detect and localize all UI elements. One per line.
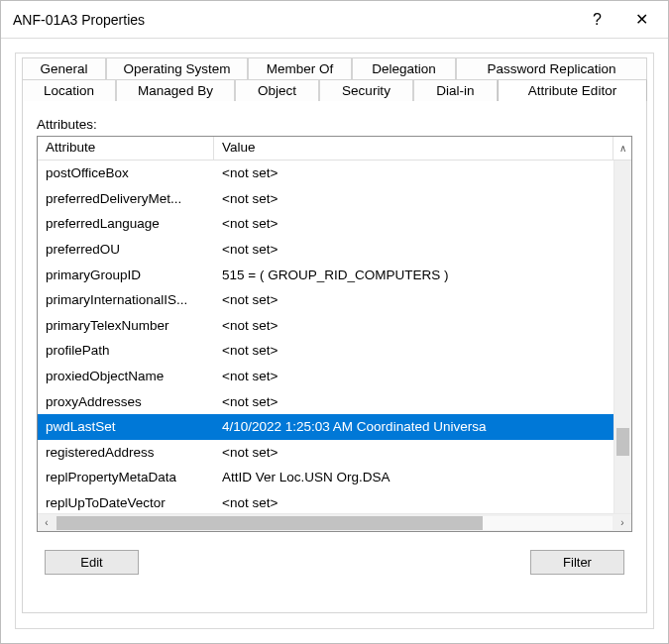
table-row[interactable]: primaryGroupID515 = ( GROUP_RID_COMPUTER…	[38, 262, 631, 287]
attribute-value-cell: <not set>	[214, 369, 631, 383]
attribute-name-cell: replPropertyMetaData	[38, 470, 214, 484]
attribute-name-cell: preferredOU	[38, 242, 214, 257]
table-row[interactable]: primaryInternationalIS...<not set>	[38, 287, 631, 313]
button-row: Edit Filter	[37, 550, 632, 575]
vertical-scrollbar[interactable]	[613, 161, 631, 513]
attribute-name-cell: preferredLanguage	[38, 216, 214, 231]
attribute-value-cell: AttID Ver Loc.USN Org.DSA	[214, 470, 631, 484]
table-row[interactable]: proxiedObjectName<not set>	[38, 364, 631, 389]
attribute-name-cell: primaryGroupID	[38, 268, 214, 282]
tab-object[interactable]: Object	[235, 79, 319, 101]
attribute-name-cell: proxyAddresses	[38, 394, 214, 409]
tab-dial-in[interactable]: Dial-in	[413, 79, 498, 101]
horizontal-scrollbar[interactable]: ‹ ›	[38, 513, 631, 531]
table-row[interactable]: profilePath<not set>	[38, 338, 631, 364]
tab-location[interactable]: Location	[22, 79, 116, 101]
column-headers: Attribute Value ∧	[38, 137, 631, 161]
window-title: ANF-01A3 Properties	[13, 12, 575, 28]
tab-password-replication[interactable]: Password Replication	[456, 57, 647, 79]
filter-button[interactable]: Filter	[530, 550, 624, 575]
table-row[interactable]: preferredDeliveryMet...<not set>	[38, 186, 631, 212]
column-header-attribute[interactable]: Attribute	[38, 137, 214, 161]
column-header-value[interactable]: Value	[214, 137, 613, 161]
attribute-value-cell: <not set>	[214, 242, 631, 257]
attributes-label: Attributes:	[37, 117, 632, 132]
scroll-up-button[interactable]: ∧	[613, 137, 631, 161]
titlebar: ANF-01A3 Properties ? ✕	[1, 1, 668, 39]
tab-general[interactable]: General	[22, 57, 106, 79]
attribute-name-cell: registeredAddress	[38, 445, 214, 460]
tab-managed-by[interactable]: Managed By	[116, 79, 235, 101]
vertical-scroll-thumb[interactable]	[616, 428, 629, 456]
attribute-value-cell: <not set>	[214, 394, 631, 409]
chevron-up-icon: ∧	[619, 143, 626, 154]
attribute-value-cell: <not set>	[214, 318, 631, 333]
tab-delegation[interactable]: Delegation	[352, 57, 456, 79]
attribute-name-cell: proxiedObjectName	[38, 369, 214, 383]
tab-member-of[interactable]: Member Of	[248, 57, 352, 79]
attribute-value-cell: <not set>	[214, 191, 631, 206]
table-row[interactable]: pwdLastSet4/10/2022 1:25:03 AM Coordinat…	[38, 414, 631, 440]
attribute-value-cell: <not set>	[214, 445, 631, 460]
tab-operating-system[interactable]: Operating System	[106, 57, 248, 79]
tab-security[interactable]: Security	[319, 79, 413, 101]
table-row[interactable]: proxyAddresses<not set>	[38, 388, 631, 414]
scroll-left-button[interactable]: ‹	[38, 514, 56, 532]
tab-panel: General Operating System Member Of Deleg…	[15, 53, 654, 629]
edit-button[interactable]: Edit	[45, 550, 139, 575]
attribute-name-cell: profilePath	[38, 343, 214, 358]
attribute-name-cell: replUpToDateVector	[38, 495, 214, 510]
table-row[interactable]: registeredAddress<not set>	[38, 440, 631, 466]
chevron-right-icon: ›	[620, 517, 623, 528]
properties-dialog: ANF-01A3 Properties ? ✕ General Operatin…	[0, 0, 669, 644]
attribute-name-cell: preferredDeliveryMet...	[38, 191, 214, 206]
table-row[interactable]: preferredLanguage<not set>	[38, 211, 631, 237]
attribute-value-cell: 515 = ( GROUP_RID_COMPUTERS )	[214, 268, 631, 282]
attribute-value-cell: <not set>	[214, 292, 631, 307]
help-button[interactable]: ?	[575, 5, 619, 35]
attribute-value-cell: <not set>	[214, 216, 631, 231]
attributes-listview[interactable]: Attribute Value ∧ postOfficeBox<not set>…	[37, 136, 632, 532]
table-row[interactable]: replPropertyMetaData AttID Ver Loc.USN O…	[38, 465, 631, 490]
horizontal-scroll-thumb[interactable]	[56, 516, 483, 530]
list-body[interactable]: postOfficeBox<not set>preferredDeliveryM…	[38, 161, 631, 513]
table-row[interactable]: replUpToDateVector<not set>	[38, 490, 631, 513]
tab-strip: General Operating System Member Of Deleg…	[22, 57, 647, 101]
tab-row-2: Location Managed By Object Security Dial…	[22, 79, 647, 101]
attribute-value-cell: 4/10/2022 1:25:03 AM Coordinated Univers…	[214, 419, 631, 434]
attribute-value-cell: <not set>	[214, 165, 631, 180]
horizontal-scroll-track[interactable]	[56, 516, 613, 530]
tab-attribute-editor[interactable]: Attribute Editor	[498, 79, 647, 101]
scroll-right-button[interactable]: ›	[613, 514, 631, 532]
attribute-name-cell: postOfficeBox	[38, 165, 214, 180]
table-row[interactable]: primaryTelexNumber<not set>	[38, 313, 631, 339]
table-row[interactable]: preferredOU<not set>	[38, 237, 631, 263]
attribute-name-cell: pwdLastSet	[38, 419, 214, 434]
tab-row-1: General Operating System Member Of Deleg…	[22, 57, 647, 79]
close-button[interactable]: ✕	[619, 5, 664, 35]
tab-content-attribute-editor: Attributes: Attribute Value ∧ postOffice…	[22, 100, 647, 613]
attribute-value-cell: <not set>	[214, 343, 631, 358]
attribute-value-cell: <not set>	[214, 495, 631, 510]
chevron-left-icon: ‹	[45, 517, 48, 528]
table-row[interactable]: postOfficeBox<not set>	[38, 161, 631, 186]
client-area: General Operating System Member Of Deleg…	[1, 39, 668, 643]
attribute-name-cell: primaryInternationalIS...	[38, 292, 214, 307]
attribute-name-cell: primaryTelexNumber	[38, 318, 214, 333]
